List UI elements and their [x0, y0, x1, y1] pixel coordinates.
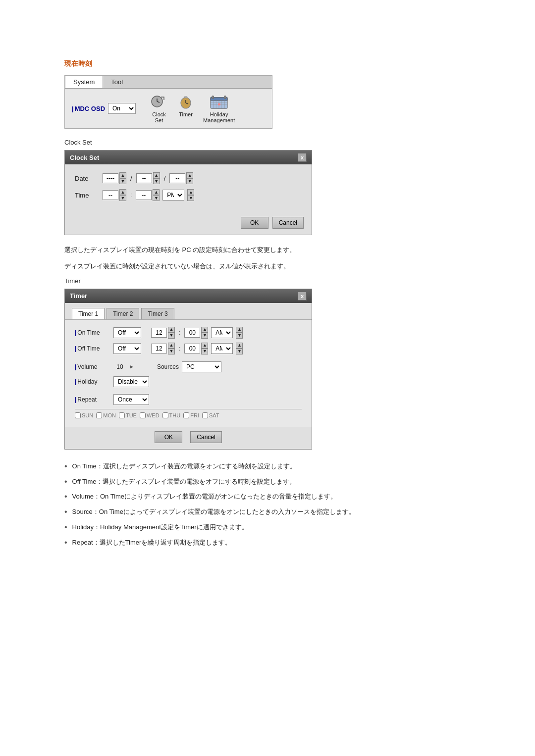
clock-cancel-button[interactable]: Cancel — [272, 217, 304, 229]
date2-up[interactable]: ▲ — [153, 172, 160, 178]
timer-tab-1[interactable]: Timer 1 — [72, 308, 105, 319]
off-min-down[interactable]: ▼ — [201, 349, 208, 354]
timer-ok-button[interactable]: OK — [155, 431, 182, 443]
svg-rect-18 — [218, 103, 220, 105]
date-sep1: / — [130, 175, 132, 182]
on-time-min[interactable] — [184, 328, 200, 338]
date1-down[interactable]: ▼ — [119, 178, 126, 184]
bullet-dot-5: • — [64, 522, 67, 533]
bullet-item-repeat: • Repeat：選択したTimerを繰り返す周期を指定します。 — [64, 538, 471, 548]
desc-text-1: 選択したディスプレイ装置の現在時刻を PC の設定時刻に合わせて変更します。 — [64, 244, 471, 255]
date-label: Date — [75, 175, 100, 182]
on-min-down[interactable]: ▼ — [201, 333, 208, 339]
date2-down[interactable]: ▼ — [153, 178, 160, 184]
on-time-mode-select[interactable]: Off — [113, 327, 141, 338]
clock-ok-button[interactable]: OK — [241, 217, 268, 229]
off-hour-up[interactable]: ▲ — [168, 343, 175, 349]
timer-dialog-close[interactable]: x — [298, 292, 307, 301]
timer-tab-3[interactable]: Timer 3 — [141, 308, 174, 319]
on-ampm-down[interactable]: ▼ — [236, 333, 243, 339]
day-sun[interactable]: SUN — [75, 412, 93, 418]
clock-dialog-close[interactable]: x — [298, 153, 307, 162]
ampm-select[interactable]: PM AM — [162, 190, 184, 201]
timer-tab-2[interactable]: Timer 2 — [107, 308, 139, 319]
off-min-up[interactable]: ▲ — [201, 343, 208, 349]
repeat-select[interactable]: Once — [113, 394, 149, 405]
off-time-ampm[interactable]: AM PM — [211, 343, 233, 354]
off-ampm-down[interactable]: ▼ — [236, 349, 243, 354]
off-ampm-up[interactable]: ▲ — [236, 343, 243, 349]
timer-cancel-button[interactable]: Cancel — [190, 431, 221, 443]
timer-dialog-titlebar: Timer x — [65, 289, 312, 303]
date1-up[interactable]: ▲ — [119, 172, 126, 178]
on-time-ampm[interactable]: AM PM — [211, 327, 233, 338]
on-time-row: | On Time Off ▲ ▼ : ▲ ▼ — [75, 327, 302, 339]
on-time-hour[interactable] — [151, 328, 167, 338]
app-window: System Tool MDC OSD On ClockSet — [64, 75, 272, 129]
time-field-2[interactable] — [136, 190, 152, 200]
icon-group: ClockSet Timer — [150, 94, 235, 123]
off-time-mode-select[interactable]: Off — [113, 343, 141, 354]
bullet-dot-4: • — [64, 507, 67, 517]
date-field-3[interactable] — [169, 173, 185, 183]
date3-down[interactable]: ▼ — [186, 178, 193, 184]
off-time-hour[interactable] — [151, 344, 167, 353]
bullet-item-holiday: • Holiday：Holiday Management設定をTimerに適用で… — [64, 522, 471, 533]
ampm-down[interactable]: ▼ — [187, 195, 194, 201]
clock-set-icon-item[interactable]: ClockSet — [150, 94, 168, 123]
bullet-text-6: Repeat：選択したTimerを繰り返す周期を指定します。 — [72, 538, 232, 548]
day-fri[interactable]: FRI — [183, 412, 199, 418]
clock-set-label: ClockSet — [152, 111, 166, 123]
date-sep2: / — [164, 175, 166, 182]
sources-select[interactable]: PC — [182, 361, 221, 372]
menu-item-system[interactable]: System — [65, 76, 103, 88]
timer-sublabel: Timer — [64, 277, 471, 285]
menu-item-tool[interactable]: Tool — [103, 76, 131, 88]
date-row: Date ▲ ▼ / ▲ ▼ / ▲ ▼ — [75, 172, 302, 184]
repeat-label: Repeat — [77, 396, 97, 403]
time-sep: : — [130, 192, 132, 199]
date3-up[interactable]: ▲ — [186, 172, 193, 178]
clock-dialog-title: Clock Set — [70, 154, 99, 161]
bullet-item-ontime: • On Time：選択したディスプレイ装置の電源をオンにする時刻を設定します。 — [64, 461, 471, 472]
timer-icon-item[interactable]: Timer — [176, 94, 195, 117]
repeat-row: | Repeat Once — [75, 394, 302, 405]
on-min-up[interactable]: ▲ — [201, 327, 208, 333]
time1-up[interactable]: ▲ — [119, 189, 126, 195]
timer-footer: OK Cancel — [65, 427, 312, 449]
date-field-2[interactable] — [136, 173, 152, 183]
vol-right-arrow[interactable]: ► — [129, 364, 134, 369]
off-hour-down[interactable]: ▼ — [168, 349, 175, 354]
on-hour-down[interactable]: ▼ — [168, 333, 175, 339]
bullet-item-offtime: • Off Time：選択したディスプレイ装置の電源をオフにする時刻を設定します… — [64, 477, 471, 487]
on-ampm-up[interactable]: ▲ — [236, 327, 243, 333]
bullet-dot-1: • — [64, 461, 67, 472]
day-tue[interactable]: TUE — [119, 412, 137, 418]
day-mon[interactable]: MON — [96, 412, 116, 418]
bullet-text-3: Volume：On Timeによりディスプレイ装置の電源がオンになったときの音量… — [72, 492, 337, 502]
time2-up[interactable]: ▲ — [153, 189, 160, 195]
day-wed[interactable]: WED — [140, 412, 160, 418]
bullet-dot-6: • — [64, 538, 67, 548]
on-select[interactable]: On — [108, 103, 136, 114]
date-field-1[interactable] — [103, 173, 118, 183]
svg-rect-16 — [212, 96, 214, 99]
ampm-up[interactable]: ▲ — [187, 189, 194, 195]
time-row: Time ▲ ▼ : ▲ ▼ PM AM ▲ — [75, 189, 302, 201]
volume-label: Volume — [77, 363, 97, 370]
time1-down[interactable]: ▼ — [119, 195, 126, 201]
timer-dialog-title: Timer — [70, 292, 87, 300]
timer-dialog: Timer x Timer 1 Timer 2 Timer 3 | On Tim… — [64, 289, 312, 450]
app-menubar: System Tool — [65, 76, 272, 89]
holiday-icon-item[interactable]: HolidayManagement — [203, 94, 235, 123]
bullet-text-2: Off Time：選択したディスプレイ装置の電源をオフにする時刻を設定します。 — [72, 477, 296, 487]
on-hour-up[interactable]: ▲ — [168, 327, 175, 333]
day-sat[interactable]: SAT — [202, 412, 219, 418]
off-time-min[interactable] — [184, 344, 200, 353]
time-field-1[interactable] — [103, 190, 118, 200]
day-thu[interactable]: THU — [162, 412, 181, 418]
holiday-select[interactable]: Disable — [113, 376, 149, 387]
section-title: 現在時刻 — [64, 59, 471, 68]
time2-down[interactable]: ▼ — [153, 195, 160, 201]
svg-rect-6 — [184, 97, 187, 98]
